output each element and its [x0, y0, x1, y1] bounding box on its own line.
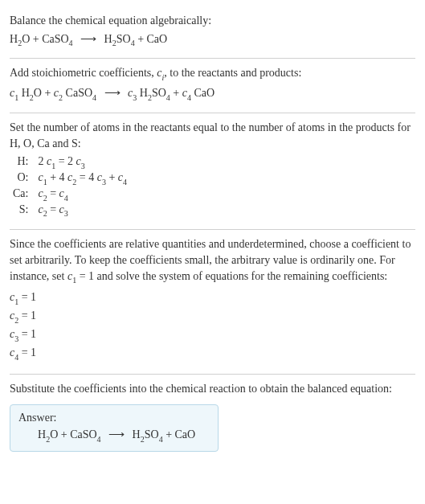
var-sub: 4 — [123, 178, 127, 186]
eq-text: 2 — [38, 155, 47, 167]
var-sub: 4 — [64, 194, 68, 203]
var-sub: 4 — [14, 353, 18, 362]
var-c: c — [59, 203, 64, 215]
var-c: c — [97, 171, 102, 183]
eq-text: H — [137, 87, 148, 99]
var-sub: 3 — [133, 93, 137, 102]
atoms-title: Set the number of atoms in the reactants… — [10, 120, 415, 151]
var-sub: 2 — [43, 209, 47, 218]
solve-title: Since the coefficients are relative quan… — [10, 236, 415, 285]
element-label: O: — [10, 170, 35, 186]
eq-text: = 1 — [18, 346, 36, 359]
var-c: c — [38, 187, 43, 199]
eq-text: O + CaSO — [22, 33, 68, 45]
coeff-title: Add stoichiometric coefficients, ci, to … — [10, 65, 415, 83]
section-answer: Substitute the coefficients into the che… — [10, 375, 415, 463]
var-sub: 1 — [51, 162, 55, 170]
eq-text: SO — [145, 428, 159, 440]
eq-sub: 4 — [92, 93, 96, 102]
atoms-table: H: 2 c1 = 2 c3 O: c1 + 4 c2 = 4 c3 + c4 … — [10, 154, 130, 218]
var-c: c — [38, 203, 43, 215]
coeff-solutions: c1 = 1 c2 = 1 c3 = 1 c4 = 1 — [10, 289, 415, 362]
eq-text: H — [104, 33, 112, 45]
eq-text: + — [170, 87, 182, 99]
var-sub: 1 — [14, 297, 18, 306]
eq-text: = 1 — [18, 291, 36, 303]
element-label: H: — [10, 154, 35, 170]
var-sub: 3 — [64, 209, 68, 218]
section-atoms: Set the number of atoms in the reactants… — [10, 113, 415, 229]
eq-text: + 4 — [47, 171, 67, 183]
atom-equation: c2 = c3 — [35, 203, 130, 219]
element-label: Ca: — [10, 186, 35, 203]
eq-text: H — [133, 428, 141, 440]
var-c: c — [182, 87, 187, 99]
element-label: S: — [10, 203, 35, 219]
eq-text: + CaO — [135, 33, 168, 45]
eq-text: CaO — [191, 87, 215, 99]
var-sub: 1 — [72, 276, 76, 285]
atom-equation: 2 c1 = 2 c3 — [35, 154, 130, 170]
arrow-icon: ⟶ — [80, 33, 96, 45]
var-sub: 1 — [43, 178, 47, 186]
coeff-value: c1 = 1 — [10, 289, 415, 307]
answer-box: Answer: H2O + CaSO4 ⟶ H2SO4 + CaO — [10, 404, 219, 452]
unbalanced-equation: H2O + CaSO4 ⟶ H2SO4 + CaO — [10, 32, 415, 47]
atom-row-h: H: 2 c1 = 2 c3 — [10, 154, 130, 170]
coeff-equation: c1 H2O + c2 CaSO4 ⟶ c3 H2SO4 + c4 CaO — [10, 86, 415, 101]
eq-text: = — [47, 187, 59, 199]
eq-sub: 2 — [112, 39, 116, 47]
problem-title: Balance the chemical equation algebraica… — [10, 13, 415, 29]
atom-row-o: O: c1 + 4 c2 = 4 c3 + c4 — [10, 170, 130, 186]
var-sub: 3 — [81, 162, 85, 170]
var-c: c — [59, 187, 64, 199]
arrow-icon: ⟶ — [108, 428, 125, 440]
section-solve: Since the coefficients are relative quan… — [10, 230, 415, 373]
var-sub: i — [161, 73, 164, 82]
eq-text: + — [106, 171, 118, 183]
eq-sub: 4 — [166, 93, 170, 102]
eq-text: = 4 — [76, 171, 96, 183]
var-sub: 2 — [72, 178, 76, 186]
eq-text: = 1 — [18, 309, 36, 322]
balanced-equation: H2O + CaSO4 ⟶ H2SO4 + CaO — [18, 428, 210, 443]
section-problem: Balance the chemical equation algebraica… — [10, 6, 415, 58]
eq-sub: 2 — [18, 39, 22, 47]
var-sub: 2 — [59, 93, 63, 102]
eq-text: CaSO — [63, 87, 92, 99]
title-text: Add stoichiometric coefficients, — [10, 67, 157, 79]
eq-sub: 2 — [141, 435, 145, 444]
eq-sub: 4 — [69, 39, 73, 47]
eq-text: = — [47, 203, 59, 215]
var-c: c — [76, 155, 81, 167]
title-text: , to the reactants and products: — [164, 67, 301, 79]
atom-row-s: S: c2 = c3 — [10, 203, 130, 219]
eq-text: H — [38, 428, 46, 440]
var-sub: 2 — [14, 316, 18, 325]
eq-text: + CaO — [163, 428, 196, 440]
var-sub: 4 — [187, 93, 191, 102]
coeff-value: c3 = 1 — [10, 326, 415, 344]
title-text: = 1 and solve the system of equations fo… — [76, 270, 387, 282]
eq-text: O + CaSO — [50, 428, 96, 440]
eq-sub: 4 — [159, 435, 163, 444]
atom-equation: c1 + 4 c2 = 4 c3 + c4 — [35, 170, 130, 186]
coeff-value: c2 = 1 — [10, 307, 415, 326]
eq-sub: 2 — [30, 93, 34, 102]
var-sub: 1 — [14, 93, 18, 102]
section-coefficients: Add stoichiometric coefficients, ci, to … — [10, 59, 415, 113]
eq-text: SO — [116, 33, 131, 45]
eq-text: = 2 — [55, 155, 76, 167]
answer-title: Substitute the coefficients into the che… — [10, 381, 415, 397]
var-sub: 2 — [43, 194, 47, 203]
eq-sub: 4 — [131, 39, 135, 47]
eq-sub: 2 — [46, 435, 50, 444]
answer-label: Answer: — [18, 412, 210, 424]
eq-sub: 4 — [97, 435, 101, 444]
eq-text: = 1 — [18, 328, 36, 340]
eq-text: O + — [34, 87, 54, 99]
coeff-value: c4 = 1 — [10, 344, 415, 363]
eq-text: H — [18, 87, 30, 99]
atom-row-ca: Ca: c2 = c4 — [10, 186, 130, 203]
var-sub: 3 — [14, 334, 18, 343]
